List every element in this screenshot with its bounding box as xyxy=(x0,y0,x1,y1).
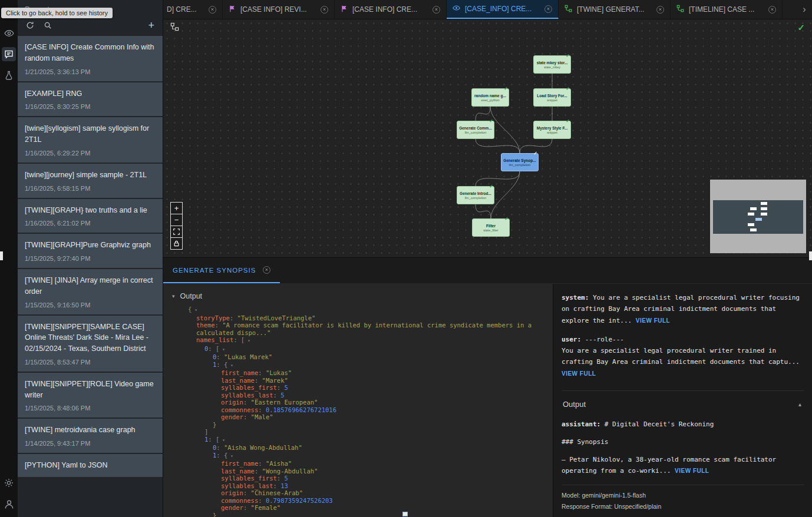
zoom-in-button[interactable]: + xyxy=(170,202,183,214)
eye-icon xyxy=(453,4,460,14)
chevron-right-icon[interactable]: › xyxy=(797,0,812,19)
search-icon[interactable] xyxy=(44,21,52,29)
output-section-toggle[interactable]: ▾ Output xyxy=(163,287,553,306)
messages-panel: system: You are a specialist legal proce… xyxy=(553,284,812,517)
prompt-list-item[interactable]: [TWINE] metroidvania case graph1/14/2025… xyxy=(18,419,163,453)
add-prompt-button[interactable]: + xyxy=(148,21,154,30)
graph-node[interactable]: ✓Generate Comm...llm_completion xyxy=(457,121,494,139)
minimap-viewport xyxy=(713,200,803,234)
lock-icon[interactable] xyxy=(170,237,183,250)
graph-node[interactable]: ✓Generate Synop...llm_completion xyxy=(501,153,539,171)
prompt-title: [TWINE] [JINJA] Array merge in correct o… xyxy=(25,275,156,297)
prompt-list-item[interactable]: [TWINE][GRAPH]Pure Graphviz graph1/15/20… xyxy=(18,234,163,268)
prompt-list: [CASE INFO] Create Common Info with rand… xyxy=(18,35,163,517)
json-tree[interactable]: { ▾storyType: "TwistedLoveTriangle"theme… xyxy=(163,306,553,517)
json-line: } xyxy=(163,421,553,429)
json-line: gender: "Male" xyxy=(163,413,553,421)
minimap-node xyxy=(761,213,767,216)
close-icon[interactable]: × xyxy=(209,6,216,14)
close-icon[interactable]: × xyxy=(433,6,440,14)
canvas-toolbar: ✓ xyxy=(163,19,812,36)
prompt-timestamp: 1/16/2025, 6:21:02 PM xyxy=(25,220,156,227)
prompts-icon[interactable] xyxy=(2,47,16,61)
fit-view-icon[interactable] xyxy=(170,226,183,238)
tabs: D] CRE...×[CASE INFO] REVI...×[CASE INFO… xyxy=(163,0,797,19)
node-check-icon: ✓ xyxy=(489,184,493,189)
success-check-icon: ✓ xyxy=(797,22,805,33)
tab-label: [TWINE] GENERAT... xyxy=(577,5,652,14)
node-subtitle: snippet xyxy=(547,98,557,102)
view-full-link[interactable]: VIEW FULL xyxy=(675,468,709,474)
editor-tab[interactable]: [TIMELINE] CASE ...× xyxy=(671,0,783,19)
minimap-node xyxy=(755,218,762,221)
json-line: syllables_first: 5 xyxy=(163,475,553,482)
editor-tab[interactable]: [CASE_INFO] CRE...× xyxy=(447,0,559,19)
minimap[interactable] xyxy=(710,180,806,253)
editor-tab[interactable]: [TWINE] GENERAT...× xyxy=(559,0,671,19)
node-subtitle: llm_completion xyxy=(465,131,487,134)
close-icon[interactable]: × xyxy=(263,266,270,274)
tabbar: D] CRE...×[CASE INFO] REVI...×[CASE INFO… xyxy=(163,0,812,19)
view-full-link[interactable]: VIEW FULL xyxy=(636,317,670,324)
pane-resize-handle-right[interactable] xyxy=(809,251,812,260)
user-icon[interactable] xyxy=(2,497,16,511)
prompt-list-item[interactable]: [PYTHON] Yaml to JSON xyxy=(18,454,163,477)
graph-node[interactable]: ✓Filterstate_filter xyxy=(472,218,510,237)
graph-canvas[interactable]: ✓ ✓state mkey stor...state_mkey✓random n… xyxy=(163,19,812,257)
node-subtitle: state_filter xyxy=(483,228,498,232)
view-full-link[interactable]: VIEW FULL xyxy=(562,370,596,377)
close-icon[interactable]: × xyxy=(768,6,776,14)
node-title: random name g... xyxy=(474,94,506,98)
graph-node[interactable]: ✓Mystery Style F...snippet xyxy=(533,121,571,139)
editor-tab[interactable]: [CASE INFO] CRE...× xyxy=(335,0,447,19)
node-check-icon: ✓ xyxy=(566,86,570,91)
graph-node[interactable]: ✓random name g...exec_python xyxy=(471,88,509,107)
user-role-line: ---role--- xyxy=(585,336,624,343)
gear-icon[interactable] xyxy=(2,476,16,490)
json-line: storyType: "TwistedLoveTriangle" xyxy=(163,314,553,322)
bottom-tab-label: GENERATE SYNOPSIS xyxy=(173,267,256,274)
node-check-icon: ✓ xyxy=(533,151,537,156)
system-message: system: You are a specialist legal proce… xyxy=(562,292,804,326)
output-collapse-toggle[interactable]: Output ▴ xyxy=(562,390,804,419)
pane-resize-handle-bottom[interactable] xyxy=(402,512,408,516)
node-subtitle: snippet xyxy=(547,131,557,134)
close-icon[interactable]: × xyxy=(656,6,664,14)
close-icon[interactable]: × xyxy=(544,5,552,13)
json-line: } xyxy=(163,512,553,517)
prompt-list-item[interactable]: [CASE INFO] Create Common Info with rand… xyxy=(18,36,163,81)
prompt-list-item[interactable]: [twine][syllogism] sample syllogism for … xyxy=(18,117,163,163)
minimap-node xyxy=(748,223,754,226)
editor-tab[interactable]: D] CRE...× xyxy=(163,0,223,19)
prompt-list-item[interactable]: [TWINE][GRAPH} two truths and a lie1/16/… xyxy=(18,199,163,233)
prompt-title: [TWINE] metroidvania case graph xyxy=(25,425,156,436)
node-subtitle: llm_completion xyxy=(465,196,487,200)
prompt-list-item[interactable]: [twine][journey] simple sample - 2T1L1/1… xyxy=(18,164,163,198)
layout-icon[interactable] xyxy=(170,22,179,34)
json-line: syllables_last: 5 xyxy=(163,392,553,399)
zoom-out-button[interactable]: − xyxy=(170,214,183,226)
graph-node[interactable]: ✓state mkey stor...state_mkey xyxy=(533,55,571,74)
json-line: origin: "Chinese-Arab" xyxy=(163,489,553,497)
tab-label: [CASE INFO] CRE... xyxy=(352,5,428,14)
prompt-title: [PYTHON] Yaml to JSON xyxy=(25,460,156,471)
prompt-list-item[interactable]: [TWINE][SNIPPET][SAMPLE CASE] Online Thr… xyxy=(18,316,163,372)
refresh-icon[interactable] xyxy=(26,21,34,29)
json-line: theme: "A romance scam facilitator is ki… xyxy=(163,322,553,336)
editor-tab[interactable]: [CASE INFO] REVI...× xyxy=(223,0,335,19)
eye-icon[interactable] xyxy=(2,26,16,40)
graph-node[interactable]: ✓Load Story For...snippet xyxy=(533,88,571,107)
node-check-icon: ✓ xyxy=(504,86,508,91)
tab-generate-synopsis[interactable]: GENERATE SYNOPSIS × xyxy=(163,258,280,283)
bottom-content: ▾ Output { ▾storyType: "TwistedLoveTrian… xyxy=(163,284,812,517)
graph-node[interactable]: ✓Generate Introd...llm_completion xyxy=(457,186,494,204)
flag-icon xyxy=(341,5,348,14)
prompt-list-item[interactable]: [EXAMPLE] RNG1/16/2025, 8:30:25 PM xyxy=(18,82,163,117)
close-icon[interactable]: × xyxy=(321,6,328,14)
node-title: Load Story For... xyxy=(537,94,567,98)
prompt-list-item[interactable]: [TWINE] [JINJA] Array merge in correct o… xyxy=(18,269,163,314)
node-title: Filter xyxy=(486,224,496,228)
pane-resize-handle-left[interactable] xyxy=(0,251,3,260)
prompt-list-item[interactable]: [TWINE][SNIPPET][ROLE] Video game writer… xyxy=(18,373,163,418)
flask-icon[interactable] xyxy=(2,68,16,82)
